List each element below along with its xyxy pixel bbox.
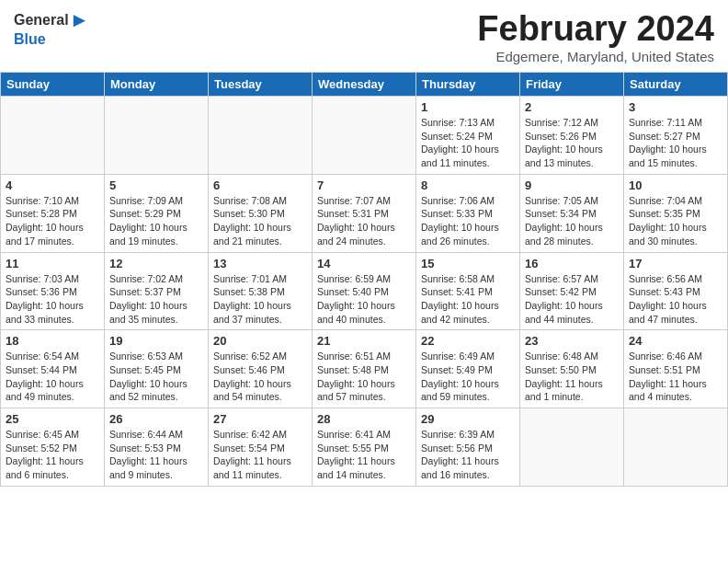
day-number: 13 [213, 257, 307, 270]
calendar-cell: 27Sunrise: 6:42 AM Sunset: 5:54 PM Dayli… [209, 408, 313, 487]
calendar-cell: 21Sunrise: 6:51 AM Sunset: 5:48 PM Dayli… [313, 330, 416, 408]
calendar-cell: 16Sunrise: 6:57 AM Sunset: 5:42 PM Dayli… [520, 252, 624, 330]
calendar-cell: 3Sunrise: 7:11 AM Sunset: 5:27 PM Daylig… [624, 97, 728, 175]
day-number: 5 [109, 178, 203, 192]
day-info: Sunrise: 7:03 AM Sunset: 5:36 PM Dayligh… [6, 272, 99, 327]
day-number: 10 [629, 178, 722, 192]
day-number: 7 [317, 178, 411, 192]
day-number: 18 [6, 334, 99, 348]
day-header-wednesday: Wednesday [313, 73, 416, 97]
calendar-cell [209, 97, 313, 175]
day-info: Sunrise: 7:06 AM Sunset: 5:33 PM Dayligh… [421, 194, 515, 248]
calendar-table: SundayMondayTuesdayWednesdayThursdayFrid… [0, 72, 728, 487]
calendar-cell: 25Sunrise: 6:45 AM Sunset: 5:52 PM Dayli… [1, 408, 105, 487]
day-number: 26 [109, 412, 203, 426]
day-info: Sunrise: 7:09 AM Sunset: 5:29 PM Dayligh… [109, 194, 203, 248]
day-info: Sunrise: 7:10 AM Sunset: 5:28 PM Dayligh… [6, 194, 99, 248]
day-number: 15 [421, 257, 515, 270]
calendar-cell: 5Sunrise: 7:09 AM Sunset: 5:29 PM Daylig… [105, 174, 209, 252]
calendar-cell [105, 97, 209, 175]
calendar-cell: 4Sunrise: 7:10 AM Sunset: 5:28 PM Daylig… [1, 174, 105, 252]
calendar-cell: 10Sunrise: 7:04 AM Sunset: 5:35 PM Dayli… [624, 174, 728, 252]
location-heading: Edgemere, Maryland, United States [477, 49, 714, 64]
day-number: 20 [213, 334, 307, 348]
day-header-sunday: Sunday [1, 73, 105, 97]
day-number: 22 [421, 334, 515, 348]
day-number: 11 [6, 257, 99, 270]
calendar-cell: 12Sunrise: 7:02 AM Sunset: 5:37 PM Dayli… [105, 252, 209, 330]
day-number: 2 [525, 100, 619, 114]
day-info: Sunrise: 6:46 AM Sunset: 5:51 PM Dayligh… [629, 350, 722, 404]
calendar-cell: 20Sunrise: 6:52 AM Sunset: 5:46 PM Dayli… [209, 330, 313, 408]
day-header-monday: Monday [105, 73, 209, 97]
calendar-cell: 29Sunrise: 6:39 AM Sunset: 5:56 PM Dayli… [416, 408, 520, 487]
day-info: Sunrise: 6:45 AM Sunset: 5:52 PM Dayligh… [6, 428, 99, 482]
calendar-cell: 2Sunrise: 7:12 AM Sunset: 5:26 PM Daylig… [520, 97, 624, 175]
calendar-cell [1, 97, 105, 175]
calendar-cell: 26Sunrise: 6:44 AM Sunset: 5:53 PM Dayli… [105, 408, 209, 487]
logo-bird-icon: ► [70, 9, 90, 31]
day-number: 12 [109, 257, 203, 270]
month-year-heading: February 2024 [477, 9, 714, 49]
day-info: Sunrise: 7:07 AM Sunset: 5:31 PM Dayligh… [317, 194, 411, 248]
day-number: 4 [6, 178, 99, 192]
day-number: 6 [213, 178, 307, 192]
calendar-cell: 23Sunrise: 6:48 AM Sunset: 5:50 PM Dayli… [520, 330, 624, 408]
days-header-row: SundayMondayTuesdayWednesdayThursdayFrid… [1, 73, 728, 97]
day-number: 19 [109, 334, 203, 348]
calendar-cell: 7Sunrise: 7:07 AM Sunset: 5:31 PM Daylig… [313, 174, 416, 252]
calendar-cell: 19Sunrise: 6:53 AM Sunset: 5:45 PM Dayli… [105, 330, 209, 408]
day-number: 28 [317, 412, 411, 426]
calendar-cell: 24Sunrise: 6:46 AM Sunset: 5:51 PM Dayli… [624, 330, 728, 408]
day-header-saturday: Saturday [624, 73, 728, 97]
day-number: 3 [629, 100, 722, 114]
calendar-cell: 15Sunrise: 6:58 AM Sunset: 5:41 PM Dayli… [416, 252, 520, 330]
week-row-2: 4Sunrise: 7:10 AM Sunset: 5:28 PM Daylig… [1, 174, 728, 252]
day-header-tuesday: Tuesday [209, 73, 313, 97]
day-info: Sunrise: 6:58 AM Sunset: 5:41 PM Dayligh… [421, 272, 515, 327]
calendar-cell: 14Sunrise: 6:59 AM Sunset: 5:40 PM Dayli… [313, 252, 416, 330]
logo: General ► Blue [14, 9, 89, 48]
day-info: Sunrise: 6:53 AM Sunset: 5:45 PM Dayligh… [109, 350, 203, 404]
day-info: Sunrise: 7:02 AM Sunset: 5:37 PM Dayligh… [109, 272, 203, 327]
calendar-cell: 22Sunrise: 6:49 AM Sunset: 5:49 PM Dayli… [416, 330, 520, 408]
logo-blue-text: Blue [14, 31, 89, 48]
calendar-cell [624, 408, 728, 487]
day-info: Sunrise: 7:12 AM Sunset: 5:26 PM Dayligh… [525, 116, 619, 170]
calendar-cell: 9Sunrise: 7:05 AM Sunset: 5:34 PM Daylig… [520, 174, 624, 252]
day-info: Sunrise: 6:42 AM Sunset: 5:54 PM Dayligh… [213, 428, 307, 482]
logo-general-text: General [14, 12, 69, 29]
day-info: Sunrise: 6:59 AM Sunset: 5:40 PM Dayligh… [317, 272, 411, 327]
day-number: 24 [629, 334, 722, 348]
day-info: Sunrise: 6:49 AM Sunset: 5:49 PM Dayligh… [421, 350, 515, 404]
day-header-friday: Friday [520, 73, 624, 97]
day-number: 16 [525, 257, 619, 270]
week-row-3: 11Sunrise: 7:03 AM Sunset: 5:36 PM Dayli… [1, 252, 728, 330]
calendar-cell [520, 408, 624, 487]
week-row-4: 18Sunrise: 6:54 AM Sunset: 5:44 PM Dayli… [1, 330, 728, 408]
day-info: Sunrise: 6:51 AM Sunset: 5:48 PM Dayligh… [317, 350, 411, 404]
day-info: Sunrise: 6:39 AM Sunset: 5:56 PM Dayligh… [421, 428, 515, 482]
day-info: Sunrise: 6:54 AM Sunset: 5:44 PM Dayligh… [6, 350, 99, 404]
calendar-cell: 6Sunrise: 7:08 AM Sunset: 5:30 PM Daylig… [209, 174, 313, 252]
day-info: Sunrise: 6:52 AM Sunset: 5:46 PM Dayligh… [213, 350, 307, 404]
calendar-cell: 18Sunrise: 6:54 AM Sunset: 5:44 PM Dayli… [1, 330, 105, 408]
day-info: Sunrise: 7:05 AM Sunset: 5:34 PM Dayligh… [525, 194, 619, 248]
calendar-cell: 8Sunrise: 7:06 AM Sunset: 5:33 PM Daylig… [416, 174, 520, 252]
day-number: 8 [421, 178, 515, 192]
day-info: Sunrise: 6:48 AM Sunset: 5:50 PM Dayligh… [525, 350, 619, 404]
day-info: Sunrise: 7:01 AM Sunset: 5:38 PM Dayligh… [213, 272, 307, 327]
day-header-thursday: Thursday [416, 73, 520, 97]
day-number: 29 [421, 412, 515, 426]
day-info: Sunrise: 6:41 AM Sunset: 5:55 PM Dayligh… [317, 428, 411, 482]
day-number: 9 [525, 178, 619, 192]
calendar-cell: 28Sunrise: 6:41 AM Sunset: 5:55 PM Dayli… [313, 408, 416, 487]
calendar-cell [313, 97, 416, 175]
calendar-cell: 17Sunrise: 6:56 AM Sunset: 5:43 PM Dayli… [624, 252, 728, 330]
calendar-cell: 13Sunrise: 7:01 AM Sunset: 5:38 PM Dayli… [209, 252, 313, 330]
day-number: 1 [421, 100, 515, 114]
day-info: Sunrise: 6:56 AM Sunset: 5:43 PM Dayligh… [629, 272, 722, 327]
day-number: 14 [317, 257, 411, 270]
calendar-cell: 11Sunrise: 7:03 AM Sunset: 5:36 PM Dayli… [1, 252, 105, 330]
day-number: 23 [525, 334, 619, 348]
